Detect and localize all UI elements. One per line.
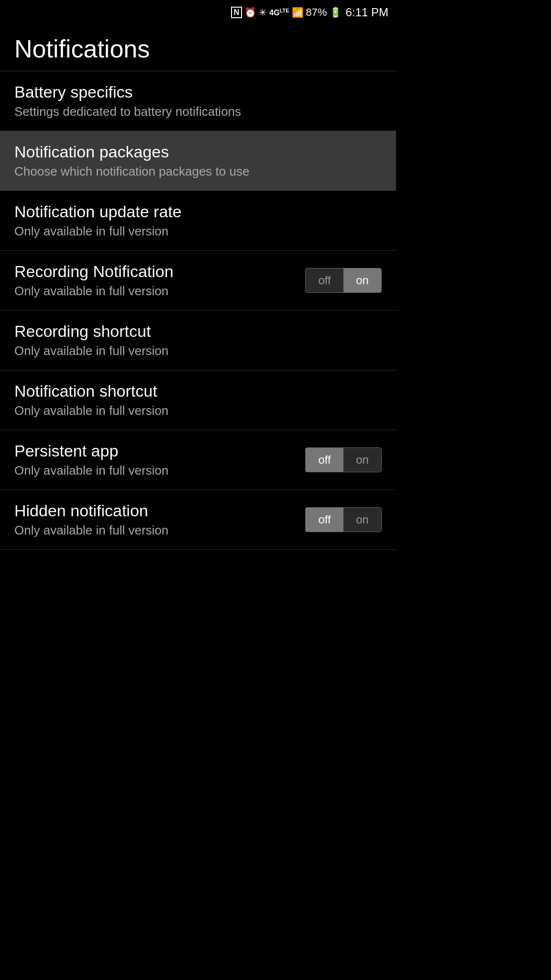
settings-list: Battery specifics Settings dedicated to … <box>0 71 396 550</box>
settings-item-notification-update-rate[interactable]: Notification update rate Only available … <box>0 191 396 251</box>
status-icons: N ⏰ ✳ 4GLTE 📶 87% 🔋 6:11 PM <box>231 6 388 19</box>
recording-notification-subtitle: Only available in full version <box>14 284 296 299</box>
settings-item-text: Notification shortcut Only available in … <box>14 382 382 418</box>
toggle-off-option[interactable]: off <box>306 508 343 532</box>
alarm-icon: ⏰ <box>244 7 256 18</box>
notification-packages-subtitle: Choose which notification packages to us… <box>14 164 382 179</box>
lte-icon: 4GLTE <box>269 8 289 17</box>
hidden-notification-title: Hidden notification <box>14 501 296 520</box>
settings-item-persistent-app[interactable]: Persistent app Only available in full ve… <box>0 430 396 490</box>
recording-notification-toggle[interactable]: off on <box>305 268 382 293</box>
notification-update-rate-subtitle: Only available in full version <box>14 224 382 239</box>
settings-item-text: Notification update rate Only available … <box>14 202 382 239</box>
battery-percentage: 87% <box>306 6 327 19</box>
toggle-on-option[interactable]: on <box>343 508 381 532</box>
settings-item-text: Recording Notification Only available in… <box>14 262 296 299</box>
battery-specifics-subtitle: Settings dedicated to battery notificati… <box>14 104 382 119</box>
notification-shortcut-subtitle: Only available in full version <box>14 403 382 418</box>
battery-icon: 🔋 <box>330 7 342 18</box>
persistent-app-title: Persistent app <box>14 442 296 460</box>
settings-item-text: Persistent app Only available in full ve… <box>14 442 296 478</box>
bluetooth-icon: ✳ <box>259 7 267 18</box>
nfc-icon: N <box>231 7 242 18</box>
persistent-app-subtitle: Only available in full version <box>14 463 296 478</box>
settings-item-text: Notification packages Choose which notif… <box>14 143 382 179</box>
toggle-on-option[interactable]: on <box>343 268 381 292</box>
page-header: Notifications <box>0 25 396 71</box>
battery-specifics-title: Battery specifics <box>14 83 382 101</box>
toggle-off-option[interactable]: off <box>306 268 343 292</box>
recording-shortcut-subtitle: Only available in full version <box>14 344 382 358</box>
notification-shortcut-title: Notification shortcut <box>14 382 382 401</box>
settings-item-recording-shortcut[interactable]: Recording shortcut Only available in ful… <box>0 311 396 370</box>
notification-update-rate-title: Notification update rate <box>14 202 382 221</box>
settings-item-text: Battery specifics Settings dedicated to … <box>14 83 382 119</box>
settings-item-notification-shortcut[interactable]: Notification shortcut Only available in … <box>0 370 396 430</box>
settings-item-battery-specifics[interactable]: Battery specifics Settings dedicated to … <box>0 71 396 131</box>
settings-item-recording-notification[interactable]: Recording Notification Only available in… <box>0 251 396 311</box>
hidden-notification-toggle[interactable]: off on <box>305 507 382 532</box>
notification-packages-title: Notification packages <box>14 143 382 161</box>
toggle-off-option[interactable]: off <box>306 448 343 472</box>
settings-item-text: Hidden notification Only available in fu… <box>14 501 296 538</box>
status-time: 6:11 PM <box>346 6 388 19</box>
persistent-app-toggle[interactable]: off on <box>305 447 382 472</box>
settings-item-notification-packages[interactable]: Notification packages Choose which notif… <box>0 131 396 191</box>
toggle-on-option[interactable]: on <box>343 448 381 472</box>
hidden-notification-subtitle: Only available in full version <box>14 523 296 538</box>
signal-icon: 📶 <box>292 7 304 18</box>
recording-shortcut-title: Recording shortcut <box>14 322 382 341</box>
recording-notification-title: Recording Notification <box>14 262 296 281</box>
status-bar: N ⏰ ✳ 4GLTE 📶 87% 🔋 6:11 PM <box>0 0 396 25</box>
settings-item-hidden-notification[interactable]: Hidden notification Only available in fu… <box>0 490 396 550</box>
settings-item-text: Recording shortcut Only available in ful… <box>14 322 382 358</box>
page-title: Notifications <box>14 34 382 63</box>
